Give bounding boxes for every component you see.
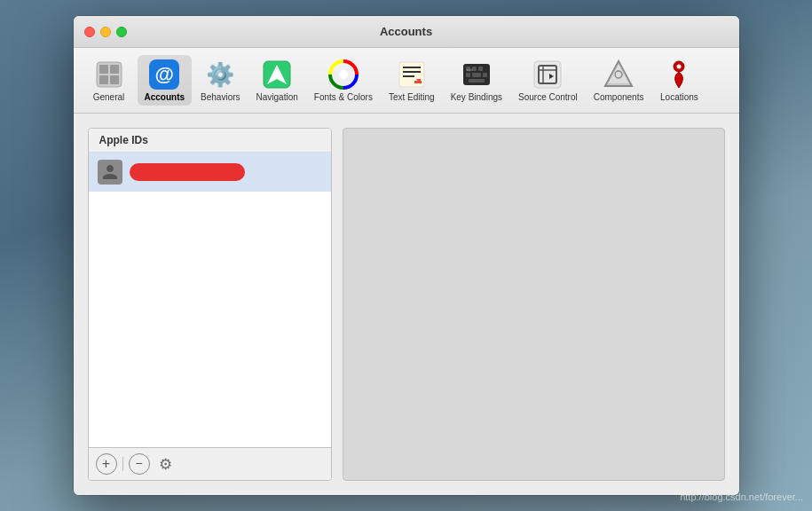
account-item[interactable]	[89, 153, 331, 192]
fonts-colors-icon	[327, 59, 359, 90]
watermark: http://blog.csdn.net/forever...	[680, 491, 803, 502]
tab-locations[interactable]: Locations	[652, 55, 706, 106]
navigation-icon	[261, 59, 293, 90]
svg-marker-29	[607, 63, 630, 84]
panel-header: Apple IDs	[89, 129, 331, 153]
tab-navigation[interactable]: Navigation	[249, 55, 305, 106]
panel-content	[89, 153, 331, 447]
tab-behaviors[interactable]: ⚙️ Behaviors	[193, 55, 247, 106]
components-icon	[603, 59, 635, 90]
source-control-label: Source Control	[518, 92, 578, 102]
window-title: Accounts	[380, 25, 432, 38]
source-control-icon	[532, 59, 564, 90]
svg-rect-1	[99, 65, 108, 74]
text-editing-icon	[396, 59, 428, 90]
accounts-icon: @	[148, 59, 180, 90]
maximize-button[interactable]	[116, 27, 127, 37]
svg-rect-3	[99, 75, 108, 84]
right-panel	[343, 128, 725, 481]
gear-button[interactable]: ⚙	[157, 455, 175, 473]
key-bindings-label: Key Bindings	[451, 92, 502, 102]
titlebar: Accounts	[74, 16, 739, 48]
account-name-redacted	[130, 163, 245, 181]
navigation-label: Navigation	[256, 92, 298, 102]
svg-rect-20	[483, 73, 487, 77]
tab-accounts[interactable]: @ Accounts	[138, 55, 193, 106]
add-icon: +	[102, 457, 110, 471]
general-label: General	[93, 92, 125, 102]
svg-rect-13	[414, 81, 422, 83]
remove-account-button[interactable]: −	[129, 453, 150, 475]
key-bindings-icon: opt	[461, 59, 493, 90]
tab-key-bindings[interactable]: opt Key Bindings	[444, 55, 509, 106]
locations-icon	[663, 59, 695, 90]
svg-point-8	[339, 70, 348, 79]
tab-general[interactable]: General	[83, 55, 136, 106]
svg-rect-19	[472, 73, 481, 77]
traffic-lights	[84, 27, 127, 37]
tab-components[interactable]: Components	[587, 55, 651, 106]
svg-rect-18	[466, 73, 470, 77]
general-icon	[93, 59, 125, 90]
svg-rect-17	[478, 67, 483, 71]
locations-label: Locations	[660, 92, 698, 102]
avatar	[98, 160, 122, 185]
svg-text:opt: opt	[467, 67, 474, 72]
main-window: Accounts General @ Accounts	[74, 16, 739, 495]
close-button[interactable]	[84, 27, 95, 37]
divider	[122, 457, 123, 471]
behaviors-icon: ⚙️	[204, 59, 236, 90]
minus-icon: −	[135, 457, 142, 469]
text-editing-label: Text Editing	[389, 92, 435, 102]
accounts-label: Accounts	[145, 92, 185, 102]
fonts-colors-label: Fonts & Colors	[314, 92, 373, 102]
left-panel: Apple IDs + −	[88, 128, 332, 481]
minimize-button[interactable]	[100, 27, 111, 37]
components-label: Components	[594, 92, 644, 102]
tab-fonts-colors[interactable]: Fonts & Colors	[307, 55, 380, 106]
panel-toolbar: + − ⚙	[89, 447, 331, 480]
svg-rect-21	[469, 79, 485, 83]
toolbar: General @ Accounts ⚙️ Behaviors Navi	[74, 48, 739, 114]
svg-rect-4	[110, 75, 119, 84]
svg-rect-2	[110, 65, 119, 74]
tab-text-editing[interactable]: Text Editing	[382, 55, 442, 106]
add-account-button[interactable]: +	[96, 453, 117, 475]
svg-point-32	[677, 65, 682, 69]
behaviors-label: Behaviors	[201, 92, 240, 102]
tab-source-control[interactable]: Source Control	[511, 55, 585, 106]
main-content: Apple IDs + −	[74, 114, 739, 495]
